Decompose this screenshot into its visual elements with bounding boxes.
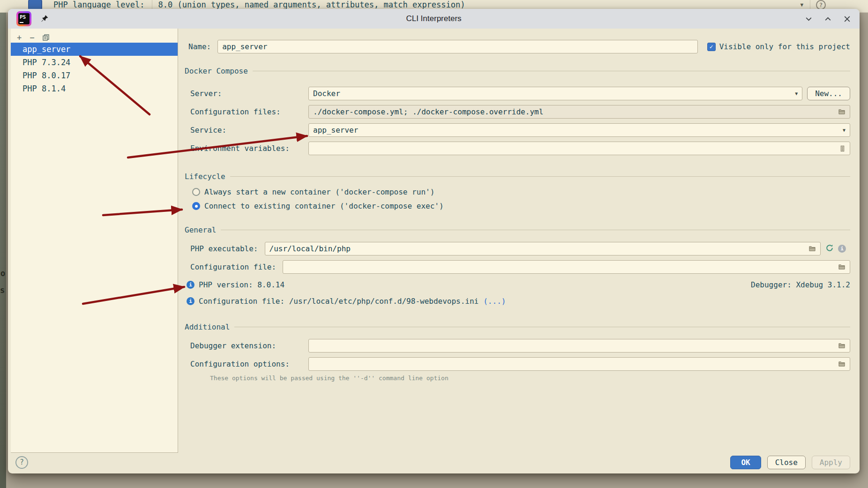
config-files-row: Configuration files: ./docker-compose.ym… (190, 105, 850, 119)
php-version-text: PHP version: 8.0.14 (199, 280, 284, 289)
config-files-label: Configuration files: (190, 107, 302, 116)
dialog-footer: ? OK Close Apply (8, 453, 860, 473)
php-language-level-label: PHP language level: (53, 0, 144, 9)
php-language-level-value[interactable]: 8.0 (union types, named arguments, attri… (152, 0, 465, 9)
apply-button[interactable]: Apply (812, 456, 850, 469)
checkbox-checked-icon[interactable]: ✓ (707, 43, 716, 51)
chevron-down-icon[interactable]: ▼ (795, 91, 798, 96)
php-executable-label: PHP executable: (190, 244, 258, 253)
name-input[interactable]: app_server (217, 40, 697, 53)
php-executable-value: /usr/local/bin/php (269, 244, 351, 253)
config-options-row: Configuration options: (190, 357, 850, 371)
folder-icon[interactable] (838, 360, 846, 368)
server-value: Docker (313, 89, 340, 98)
service-row: Service: app_server ▼ (190, 123, 850, 137)
php-executable-input[interactable]: /usr/local/bin/php (265, 242, 821, 255)
window-maximize-icon[interactable] (824, 15, 832, 23)
general-section-header: General (185, 225, 850, 234)
config-options-input[interactable] (308, 357, 850, 371)
general-config-file-label: Configuration file: (190, 263, 276, 271)
folder-icon[interactable] (838, 263, 846, 270)
config-files-field[interactable]: ./docker-compose.yml; ./docker-compose.o… (308, 105, 850, 119)
info-icon[interactable]: i (838, 245, 846, 253)
list-icon[interactable] (839, 145, 846, 152)
info-icon: i (187, 297, 195, 305)
radio-selected-icon[interactable] (192, 202, 200, 210)
debugger-extension-label: Debugger extension: (190, 341, 302, 350)
php-executable-row: PHP executable: /usr/local/bin/php i (190, 242, 850, 255)
debugger-extension-row: Debugger extension: (190, 339, 850, 353)
dialog-titlebar[interactable]: PS CLI Interpreters (8, 9, 860, 29)
general-config-file-input[interactable] (283, 260, 850, 274)
lifecycle-section-header: Lifecycle (185, 172, 850, 181)
list-item[interactable]: PHP 8.1.4 (11, 82, 178, 95)
chevron-down-icon[interactable]: ▼ (800, 2, 803, 8)
clipped-text-fragment: s (0, 285, 5, 295)
list-item[interactable]: app_server (11, 43, 178, 56)
name-value: app_server (222, 42, 267, 51)
env-variables-input[interactable] (308, 142, 850, 155)
service-value: app_server (313, 126, 358, 135)
cli-interpreters-dialog: PS CLI Interpreters + − (8, 9, 860, 473)
close-button[interactable]: Close (767, 456, 806, 469)
php-version-info-line: i PHP version: 8.0.14 Debugger: Xdebug 3… (187, 280, 850, 289)
visible-only-checkbox-group[interactable]: ✓ Visible only for this project (707, 42, 850, 51)
config-file-info-line: i Configuration file: /usr/local/etc/php… (187, 297, 850, 306)
config-options-label: Configuration options: (190, 360, 302, 368)
chevron-down-icon[interactable]: ▼ (843, 128, 846, 133)
service-label: Service: (190, 126, 302, 135)
name-row: Name: app_server ✓ Visible only for this… (188, 40, 850, 53)
folder-icon[interactable] (808, 245, 816, 252)
interpreter-list: app_server PHP 7.3.24 PHP 8.0.17 PHP 8.1… (11, 43, 178, 95)
new-server-button[interactable]: New... (807, 87, 850, 100)
radio-always-start[interactable]: Always start a new container ('docker-co… (192, 188, 850, 196)
ok-button[interactable]: OK (730, 456, 761, 469)
service-combobox[interactable]: app_server ▼ (308, 123, 850, 137)
additional-section-header: Additional (185, 323, 850, 331)
show-more-link[interactable]: (...) (483, 297, 506, 306)
background-left-edge: o s (0, 13, 6, 488)
options-hint-text: These options will be passed using the '… (210, 375, 850, 382)
list-toolbar: + − (11, 29, 178, 43)
name-label: Name: (188, 42, 211, 51)
folder-icon[interactable] (838, 342, 846, 349)
interpreter-settings-panel: Name: app_server ✓ Visible only for this… (178, 29, 860, 453)
window-minimize-icon[interactable] (805, 15, 813, 23)
radio-connect-existing-label: Connect to existing container ('docker-c… (204, 202, 444, 210)
server-label: Server: (190, 89, 302, 98)
info-icon: i (187, 281, 195, 289)
config-file-info-text: Configuration file: /usr/local/etc/php/c… (199, 297, 479, 306)
env-variables-label: Environment variables: (190, 144, 302, 153)
refresh-icon[interactable] (825, 244, 834, 254)
debugger-version-text: Debugger: Xdebug 3.1.2 (751, 280, 850, 289)
debugger-extension-input[interactable] (308, 339, 850, 353)
help-button[interactable]: ? (15, 456, 28, 469)
env-variables-row: Environment variables: (190, 142, 850, 155)
copy-icon[interactable] (43, 34, 49, 41)
interpreters-list-panel: + − app_server PHP 7.3.24 PHP 8.0.17 PHP… (11, 29, 178, 453)
visible-only-label: Visible only for this project (719, 42, 850, 51)
docker-compose-section-header: Docker Compose (185, 67, 850, 75)
general-config-file-row: Configuration file: (190, 260, 850, 274)
list-item[interactable]: PHP 7.3.24 (11, 56, 178, 69)
clipped-text-fragment: o (0, 269, 5, 278)
server-combobox[interactable]: Docker ▼ (308, 87, 802, 100)
folder-icon[interactable] (838, 108, 846, 115)
dialog-title: CLI Interpreters (8, 14, 860, 23)
server-row: Server: Docker ▼ New... (190, 87, 850, 100)
radio-connect-existing[interactable]: Connect to existing container ('docker-c… (192, 202, 850, 210)
config-files-value: ./docker-compose.yml; ./docker-compose.o… (313, 107, 543, 116)
remove-icon[interactable]: − (30, 34, 34, 42)
add-icon[interactable]: + (17, 34, 22, 42)
help-icon[interactable]: ? (816, 0, 826, 10)
list-item[interactable]: PHP 8.0.17 (11, 69, 178, 82)
radio-always-start-label: Always start a new container ('docker-co… (204, 188, 434, 196)
radio-unselected-icon[interactable] (192, 188, 200, 196)
screen: { "background": { "php_language_level_la… (0, 0, 868, 488)
window-close-icon[interactable] (843, 15, 851, 23)
